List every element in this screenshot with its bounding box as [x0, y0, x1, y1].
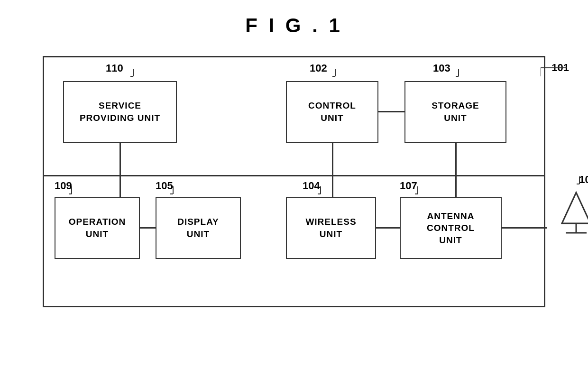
- storage-unit: STORAGEUNIT: [404, 81, 506, 143]
- tick-103: [454, 69, 463, 78]
- tick-105: [168, 186, 178, 196]
- conn-control-to-divider: [332, 143, 333, 175]
- conn-service-to-divider: [119, 143, 121, 175]
- operation-unit: OPERATIONUNIT: [55, 197, 140, 259]
- conn-antenna-ctrl-to-antenna: [502, 227, 547, 229]
- wireless-unit: WIRELESSUNIT: [286, 197, 376, 259]
- conn-control-storage: [378, 111, 404, 112]
- tick-102: [331, 69, 340, 78]
- conn-divider-to-operation: [119, 175, 121, 197]
- tick-109: [67, 186, 76, 196]
- service-providing-unit: SERVICEPROVIDING UNIT: [63, 81, 177, 143]
- tick-104: [316, 186, 325, 196]
- conn-control-to-wireless: [332, 175, 333, 197]
- svg-marker-16: [562, 193, 588, 223]
- outer-box: SERVICEPROVIDING UNIT 110 CONTROLUNIT 10…: [43, 56, 545, 307]
- control-unit: CONTROLUNIT: [286, 81, 378, 143]
- tick-108: [575, 176, 584, 188]
- page: F I G . 1 SERVICEPROVIDING UNIT 110 CONT…: [0, 0, 588, 377]
- conn-operation-to-display: [140, 227, 156, 229]
- diagram-wrapper: SERVICEPROVIDING UNIT 110 CONTROLUNIT 10…: [43, 56, 545, 307]
- tick-110: [129, 69, 138, 78]
- display-unit: DISPLAYUNIT: [156, 197, 241, 259]
- antenna-control-unit: ANTENNACONTROLUNIT: [400, 197, 502, 259]
- conn-storage-to-divider: [455, 143, 457, 175]
- figure-title: F I G . 1: [245, 14, 343, 37]
- tick-107: [413, 186, 423, 196]
- leader-101: [541, 63, 569, 77]
- antenna-symbol: [557, 188, 588, 235]
- ref-102: 102: [310, 62, 327, 74]
- ref-110: 110: [106, 62, 123, 74]
- ref-103: 103: [433, 62, 450, 74]
- conn-wireless-to-antenna: [376, 227, 400, 229]
- conn-storage-to-antenna-ctrl: [455, 175, 457, 197]
